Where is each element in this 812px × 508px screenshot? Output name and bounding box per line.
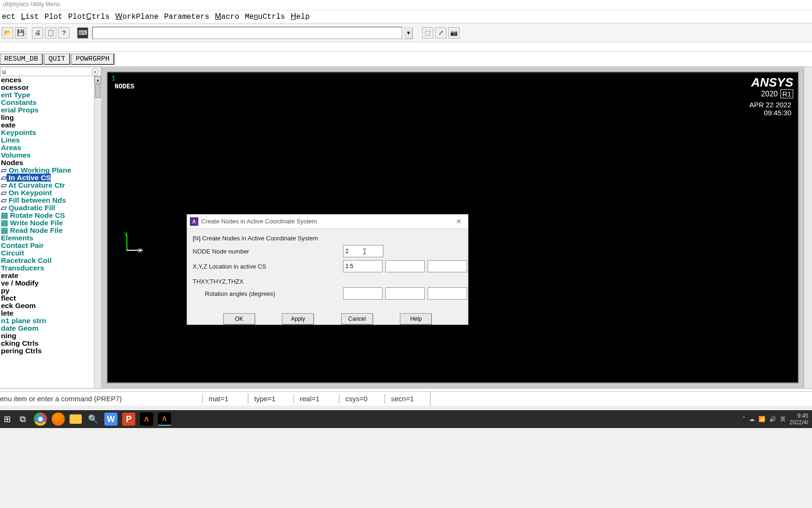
- image-capture-icon[interactable]: 📷: [448, 27, 460, 39]
- tree-item[interactable]: ent Type: [0, 91, 94, 99]
- node-number-input[interactable]: [343, 245, 383, 257]
- tree-item[interactable]: ocessor: [0, 84, 94, 91]
- tree-item[interactable]: Racetrack Coil: [0, 257, 94, 264]
- collapse-all-icon[interactable]: «: [92, 68, 99, 75]
- tree-item[interactable]: ▤ Write Node File: [0, 219, 94, 227]
- tree-list[interactable]: encesocessorent Type Constantserial Prop…: [0, 76, 94, 388]
- tree-item[interactable]: Lines: [0, 136, 94, 144]
- menu-menuctrls[interactable]: MenuCtrls: [245, 12, 285, 21]
- resum-db-button[interactable]: RESUM_DB: [0, 54, 43, 65]
- tree-item[interactable]: lete: [0, 310, 94, 317]
- rotation-heading: THXY,THYZ,THZX: [193, 278, 343, 285]
- ime-indicator[interactable]: 英: [780, 415, 786, 423]
- raise-hidden-icon[interactable]: ⬚: [422, 27, 433, 39]
- system-tray[interactable]: ˄ ☁ 📶 🔊 英 9:45 2022/4/: [742, 413, 808, 426]
- x-input[interactable]: [343, 260, 383, 272]
- tree-item[interactable]: ▤ Read Node File: [0, 227, 94, 234]
- apply-button[interactable]: Apply: [282, 313, 314, 325]
- menu-workplane[interactable]: WorkPlane: [115, 12, 158, 21]
- tree-item[interactable]: date Geom: [0, 325, 94, 332]
- thyz-input[interactable]: [385, 287, 425, 300]
- tree-item[interactable]: Transducers: [0, 264, 94, 272]
- tree-item[interactable]: Contact Pair: [0, 242, 94, 249]
- ok-button[interactable]: OK: [223, 313, 255, 325]
- tree-item[interactable]: Nodes: [0, 159, 94, 167]
- dialog-titlebar[interactable]: Λ Create Nodes in Active Coordinate Syst…: [187, 214, 468, 229]
- ansys-product-launcher-icon[interactable]: Λ: [140, 413, 153, 426]
- menu-list[interactable]: List: [21, 12, 39, 21]
- search-icon[interactable]: 🔍: [86, 413, 100, 426]
- ansys-mechanical-icon[interactable]: Λ: [158, 413, 171, 426]
- tree-item[interactable]: Elements: [0, 234, 94, 242]
- tree-item[interactable]: ning: [0, 332, 94, 340]
- tree-item[interactable]: ences: [0, 76, 94, 84]
- tree-item[interactable]: n1 plane strn: [0, 317, 94, 325]
- chrome-icon[interactable]: [34, 413, 47, 426]
- tree-item[interactable]: ling: [0, 114, 94, 121]
- command-prompt[interactable]: enu item or enter a command (PREP7): [0, 395, 202, 403]
- tree-item[interactable]: erial Props: [0, 106, 94, 114]
- tray-clock[interactable]: 9:45 2022/4/: [789, 413, 808, 426]
- scrollbar-thumb[interactable]: [95, 84, 101, 98]
- tree-item[interactable]: ve / Modify: [0, 279, 94, 287]
- tray-chevron-icon[interactable]: ˄: [742, 416, 745, 422]
- tree-item[interactable]: Volumes: [0, 151, 94, 159]
- menu-help[interactable]: Help: [291, 12, 310, 21]
- scroll-up-icon[interactable]: ▴: [94, 76, 101, 83]
- tree-item[interactable]: flect: [0, 294, 94, 302]
- file-explorer-icon[interactable]: [70, 414, 82, 424]
- menu-macro[interactable]: Macro: [215, 12, 239, 21]
- command-input[interactable]: [92, 27, 402, 39]
- report-icon[interactable]: 📋: [45, 27, 56, 39]
- start-icon[interactable]: ⊞: [3, 413, 11, 426]
- tree-item[interactable]: ▱ On Keypoint: [0, 189, 94, 197]
- tree-item[interactable]: ▱ At Curvature Ctr: [0, 182, 94, 189]
- help-icon[interactable]: ?: [58, 27, 70, 39]
- y-input[interactable]: [385, 260, 425, 272]
- tree-item[interactable]: ▱ Quadratic Fill: [0, 204, 94, 212]
- tree-item[interactable]: ▤ Rotate Node CS: [0, 212, 94, 219]
- menu-parameters[interactable]: Parameters: [164, 13, 209, 21]
- menu-plotctrls[interactable]: PlotCtrls: [68, 12, 109, 21]
- powerpoint-icon[interactable]: P: [122, 413, 135, 426]
- task-view-icon[interactable]: ⧉: [16, 413, 29, 426]
- tree-item[interactable]: ▱ In Active CS: [0, 174, 94, 182]
- wifi-icon[interactable]: 📶: [758, 416, 765, 422]
- volume-icon[interactable]: 🔊: [769, 416, 776, 422]
- z-input[interactable]: [428, 260, 467, 272]
- powrgrph-button[interactable]: POWRGRPH: [71, 54, 114, 65]
- right-scroll-strip[interactable]: [804, 67, 812, 388]
- tree-item[interactable]: py: [0, 287, 94, 294]
- tree-item[interactable]: ▱ Fill between Nds: [0, 197, 94, 204]
- tree-item[interactable]: Circuit: [0, 249, 94, 257]
- open-icon[interactable]: 📂: [2, 27, 13, 39]
- onedrive-icon[interactable]: ☁: [749, 416, 755, 422]
- keypad-icon[interactable]: ⌨: [77, 27, 88, 39]
- tree-header-char: u: [0, 68, 6, 75]
- firefox-icon[interactable]: [52, 413, 65, 426]
- command-dropdown-icon[interactable]: ▾: [404, 27, 413, 39]
- quit-button[interactable]: QUIT: [44, 54, 70, 65]
- thzx-input[interactable]: [428, 287, 467, 300]
- tree-item[interactable]: ▱ On Working Plane: [0, 167, 94, 174]
- tree-item[interactable]: eck Geom: [0, 302, 94, 310]
- tree-item[interactable]: erate: [0, 272, 94, 279]
- tree-scrollbar[interactable]: ▴: [94, 76, 101, 388]
- tree-item[interactable]: Keypoints: [0, 129, 94, 136]
- tree-item[interactable]: Areas: [0, 144, 94, 151]
- thxy-input[interactable]: [343, 287, 383, 300]
- help-button[interactable]: Help: [400, 313, 432, 325]
- close-icon[interactable]: ✕: [449, 217, 468, 226]
- taskbar[interactable]: ⊞ ⧉ 🔍 W P Λ Λ ˄ ☁ 📶 🔊 英 9:45 2022/4/: [0, 410, 812, 428]
- tree-item[interactable]: Constants: [0, 99, 94, 106]
- menu-plot[interactable]: Plot: [45, 13, 62, 21]
- menu-select[interactable]: ect: [2, 13, 16, 21]
- pan-zoom-icon[interactable]: ⤢: [435, 27, 446, 39]
- wps-icon[interactable]: W: [104, 413, 117, 426]
- save-icon[interactable]: 💾: [15, 27, 26, 39]
- tree-item[interactable]: pering Ctrls: [0, 347, 94, 355]
- print-icon[interactable]: 🖨: [32, 27, 43, 39]
- tree-item[interactable]: cking Ctrls: [0, 340, 94, 347]
- tree-item[interactable]: eate: [0, 121, 94, 129]
- cancel-button[interactable]: Cancel: [341, 313, 373, 325]
